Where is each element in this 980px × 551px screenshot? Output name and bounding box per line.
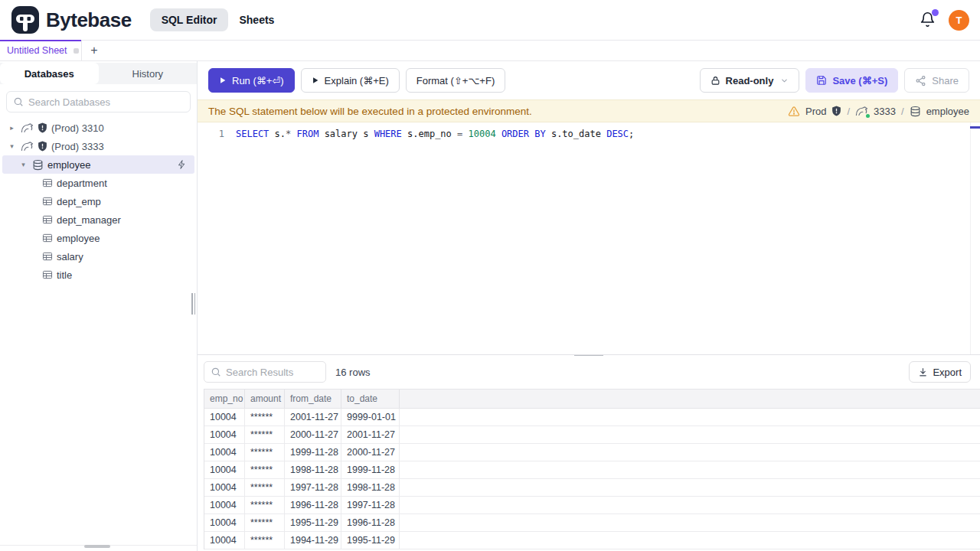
- table-label: title: [57, 269, 72, 281]
- results-table: emp_noamountfrom_dateto_date 10004******…: [204, 389, 980, 549]
- export-button[interactable]: Export: [909, 361, 971, 383]
- table-cell[interactable]: 9999-01-01: [341, 409, 400, 425]
- chevron-down-icon[interactable]: ▾: [18, 161, 28, 168]
- nav-sql-editor[interactable]: SQL Editor: [150, 8, 229, 31]
- database-tree: ▸ (Prod) 3310 ▾: [0, 119, 197, 284]
- table-cell[interactable]: 2001-11-27: [285, 409, 341, 425]
- table-cell[interactable]: 1998-11-28: [341, 479, 400, 496]
- table-row[interactable]: 10004******2001-11-279999-01-01: [204, 409, 980, 426]
- column-header-amount[interactable]: amount: [245, 390, 285, 408]
- table-icon: [42, 233, 53, 243]
- table-cell[interactable]: 1999-11-28: [341, 461, 400, 478]
- save-button[interactable]: Save (⌘+S): [805, 68, 898, 93]
- table-cell[interactable]: 1997-11-28: [341, 497, 400, 514]
- share-button[interactable]: Share: [904, 68, 969, 93]
- quick-connect-bolt-icon[interactable]: [177, 159, 187, 170]
- code-line[interactable]: SELECT s.* FROM salary s WHERE s.emp_no …: [236, 127, 634, 142]
- notification-bell-button[interactable]: [920, 11, 936, 28]
- editor-scrollbar[interactable]: [970, 122, 980, 354]
- sidebar-horizontal-scrollbar[interactable]: [84, 545, 110, 548]
- table-cell[interactable]: ******: [245, 409, 285, 425]
- tab-history[interactable]: History: [99, 63, 198, 84]
- table-cell[interactable]: 10004: [204, 409, 245, 425]
- table-cell[interactable]: 1998-11-28: [285, 461, 341, 478]
- table-cell[interactable]: 10004: [204, 426, 245, 443]
- sidebar-table-employee[interactable]: employee: [0, 229, 197, 247]
- nav-sheets[interactable]: Sheets: [228, 8, 285, 31]
- table-cell[interactable]: 10004: [204, 532, 245, 549]
- table-cell[interactable]: ******: [245, 479, 285, 496]
- table-cell[interactable]: 1995-11-29: [341, 532, 400, 549]
- results-body: 10004******2001-11-279999-01-0110004****…: [204, 409, 980, 549]
- explain-button[interactable]: Explain (⌘+E): [301, 68, 400, 93]
- share-icon: [915, 75, 926, 86]
- table-cell[interactable]: 1999-11-28: [285, 444, 341, 461]
- column-header-emp_no[interactable]: emp_no: [204, 390, 245, 408]
- table-cell[interactable]: ******: [245, 426, 285, 443]
- table-cell[interactable]: 1995-11-29: [285, 514, 341, 531]
- search-results-input[interactable]: [226, 367, 319, 378]
- play-icon: [219, 77, 227, 84]
- instance-prod-3333[interactable]: ▾ (Prod) 3333: [0, 137, 197, 155]
- table-cell[interactable]: 10004: [204, 461, 245, 478]
- column-header-from_date[interactable]: from_date: [285, 390, 341, 408]
- sidebar-database-employee[interactable]: ▾ employee: [2, 155, 194, 174]
- table-row[interactable]: 10004******2000-11-272001-11-27: [204, 426, 980, 444]
- readonly-mode-dropdown[interactable]: Read-only: [700, 68, 800, 93]
- separator: /: [901, 106, 904, 117]
- sql-editor[interactable]: 1 SELECT s.* FROM salary s WHERE s.emp_n…: [198, 122, 980, 354]
- table-row[interactable]: 10004******1999-11-282000-11-27: [204, 444, 980, 461]
- tab-databases[interactable]: Databases: [0, 63, 99, 84]
- warning-icon: [788, 106, 800, 117]
- sidebar-table-dept_manager[interactable]: dept_manager: [0, 210, 197, 229]
- avatar[interactable]: T: [949, 10, 969, 31]
- table-cell[interactable]: ******: [245, 497, 285, 514]
- table-cell[interactable]: 10004: [204, 444, 245, 461]
- chevron-down-icon[interactable]: ▾: [7, 142, 17, 150]
- results-panel: 16 rows Export emp_noamountfrom_dateto_d…: [198, 354, 980, 551]
- chevron-right-icon[interactable]: ▸: [7, 124, 17, 132]
- run-button[interactable]: Run (⌘+⏎): [208, 68, 295, 93]
- results-resize-handle[interactable]: [574, 354, 603, 356]
- add-sheet-button[interactable]: +: [82, 41, 106, 60]
- sidebar-table-salary[interactable]: salary: [0, 247, 197, 266]
- table-cell[interactable]: ******: [245, 461, 285, 478]
- table-cell[interactable]: 10004: [204, 514, 245, 531]
- table-cell[interactable]: 2001-11-27: [341, 426, 400, 443]
- search-databases-input[interactable]: [28, 96, 184, 108]
- table-cell[interactable]: ******: [245, 514, 285, 531]
- table-cell[interactable]: 1996-11-28: [285, 497, 341, 514]
- table-cell[interactable]: 1997-11-28: [285, 479, 341, 496]
- database-label: employee: [926, 106, 969, 117]
- mysql-icon: [21, 122, 34, 134]
- table-row[interactable]: 10004******1998-11-281999-11-28: [204, 461, 980, 479]
- table-cell[interactable]: ******: [245, 444, 285, 461]
- unsaved-indicator-dot: [74, 48, 79, 54]
- table-cell[interactable]: 2000-11-27: [341, 444, 400, 461]
- table-cell[interactable]: 10004: [204, 479, 245, 496]
- instance-prod-3310[interactable]: ▸ (Prod) 3310: [0, 119, 197, 137]
- format-button[interactable]: Format (⇧+⌥+F): [406, 68, 505, 93]
- bytebase-logo[interactable]: Bytebase: [11, 5, 132, 34]
- connection-breadcrumb: Prod / 3333 / employee: [788, 106, 969, 117]
- instance-label: (Prod) 3333: [51, 141, 104, 152]
- tab-untitled-sheet[interactable]: Untitled Sheet: [0, 41, 82, 60]
- sidebar-resize-handle[interactable]: [191, 293, 196, 315]
- table-label: employee: [57, 233, 100, 244]
- table-row[interactable]: 10004******1995-11-291996-11-28: [204, 514, 980, 532]
- table-row[interactable]: 10004******1994-11-291995-11-29: [204, 532, 980, 549]
- sidebar-table-title[interactable]: title: [0, 266, 197, 284]
- instance-label: (Prod) 3310: [51, 122, 104, 134]
- table-row[interactable]: 10004******1996-11-281997-11-28: [204, 497, 980, 514]
- table-cell[interactable]: 1996-11-28: [341, 514, 400, 531]
- sidebar-table-department[interactable]: department: [0, 174, 197, 192]
- table-cell[interactable]: 2000-11-27: [285, 426, 341, 443]
- sidebar-table-dept_emp[interactable]: dept_emp: [0, 192, 197, 210]
- column-header-to_date[interactable]: to_date: [341, 390, 400, 408]
- table-cell[interactable]: 1994-11-29: [285, 532, 341, 549]
- table-cell[interactable]: 10004: [204, 497, 245, 514]
- table-row[interactable]: 10004******1997-11-281998-11-28: [204, 479, 980, 497]
- main-panel: Run (⌘+⏎) Explain (⌘+E) Format (⇧+⌥+F): [198, 61, 980, 551]
- protected-environment-banner: The SQL statement below will be executed…: [198, 99, 980, 122]
- table-cell[interactable]: ******: [245, 532, 285, 549]
